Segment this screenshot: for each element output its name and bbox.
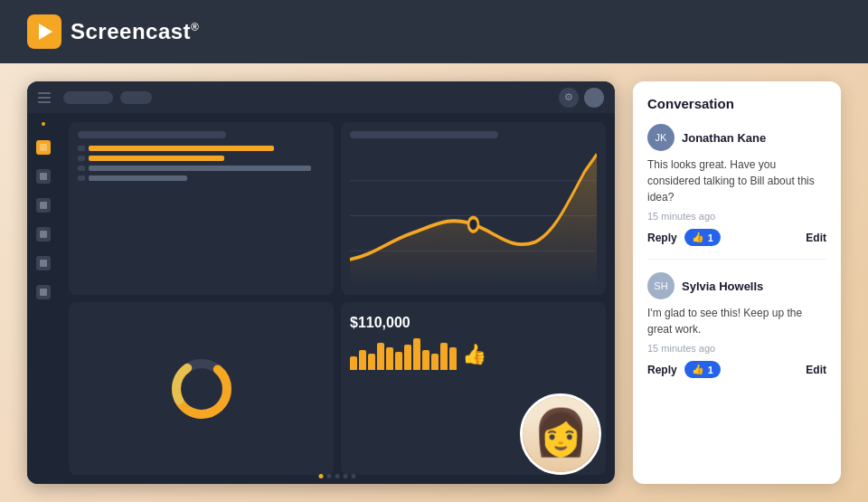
user-avatar-small[interactable]	[584, 88, 604, 108]
sylvia-comment-actions: Reply 👍 1 Edit	[647, 361, 826, 378]
page-dot-4[interactable]	[344, 474, 348, 478]
sidebar-home-icon[interactable]	[36, 140, 51, 155]
jonathan-comment-text: This looks great. Have you considered ta…	[647, 156, 826, 205]
bar-chart-card	[69, 122, 334, 295]
comment-divider	[647, 259, 826, 260]
donut-chart-svg	[170, 357, 233, 421]
sidebar-list-icon[interactable]	[36, 227, 51, 242]
bar-fill-2	[89, 156, 224, 161]
comment-card-jonathan: JK Jonathan Kane This looks great. Have …	[647, 124, 826, 246]
conversation-title: Conversation	[647, 96, 826, 111]
sylvia-reply-button[interactable]: Reply	[647, 364, 677, 376]
dash-nav-pill-1	[63, 91, 113, 104]
sylvia-name: Sylvia Howells	[682, 279, 763, 293]
logo-icon	[27, 14, 61, 49]
sylvia-avatar: SH	[647, 272, 675, 299]
app-header: Screencast®	[0, 0, 868, 63]
sidebar-dot	[42, 122, 45, 126]
line-chart-area	[350, 146, 597, 286]
comment-header-jonathan: JK Jonathan Kane	[647, 124, 826, 151]
page-dot-1[interactable]	[319, 474, 324, 478]
bar-label-4	[78, 175, 85, 181]
jonathan-like-button[interactable]: 👍 1	[684, 229, 721, 246]
card-title-bar	[78, 131, 226, 138]
sylvia-comment-text: I'm glad to see this! Keep up the great …	[647, 305, 826, 337]
stat-number: $110,000	[350, 315, 597, 331]
jonathan-name: Jonathan Kane	[682, 131, 766, 145]
notification-icon[interactable]: ⚙	[559, 88, 579, 108]
person-face: 👩	[523, 393, 599, 472]
dash-topbar: ⚙	[27, 81, 615, 113]
mini-bars: 👍	[350, 338, 597, 370]
page-dot-3[interactable]	[335, 474, 340, 478]
hamburger-icon[interactable]	[38, 92, 51, 103]
sidebar-calendar-icon[interactable]	[36, 256, 51, 270]
line-chart-card	[341, 122, 606, 295]
jonathan-comment-time: 15 minutes ago	[647, 211, 826, 222]
logo-reg: ®	[191, 21, 199, 33]
mini-bar-12	[449, 347, 457, 370]
mini-bar-4	[377, 343, 384, 370]
bar-fill-3	[89, 166, 311, 171]
sylvia-comment-time: 15 minutes ago	[647, 343, 826, 354]
bar-chart-area	[78, 146, 325, 181]
mini-bar-7	[404, 345, 411, 370]
dash-body: $110,000	[27, 113, 615, 484]
bar-row-4	[78, 175, 325, 181]
bar-row-2	[78, 156, 325, 161]
mini-bar-2	[359, 350, 366, 370]
sidebar-chart-icon[interactable]	[36, 169, 51, 184]
mini-bar-9	[422, 350, 429, 370]
dashboard-panel: ⚙	[27, 81, 615, 484]
logo-wordmark: Screencast	[71, 19, 191, 43]
sylvia-like-button[interactable]: 👍 1	[684, 361, 721, 378]
bar-label-2	[78, 156, 85, 161]
donut-card	[69, 302, 334, 475]
card-title-line	[350, 131, 498, 138]
mini-bar-1	[350, 356, 357, 370]
sylvia-like-thumb-icon: 👍	[692, 364, 704, 375]
jonathan-reply-button[interactable]: Reply	[647, 232, 677, 244]
line-chart-svg	[350, 146, 597, 286]
svg-point-3	[468, 217, 478, 232]
mini-bar-3	[368, 354, 375, 370]
bar-row-1	[78, 146, 325, 151]
jonathan-avatar: JK	[647, 124, 675, 151]
stat-area: $110,000	[350, 311, 597, 370]
bar-label-3	[78, 166, 85, 171]
person-avatar: 👩	[520, 393, 601, 475]
dash-top-icons: ⚙	[559, 88, 604, 108]
conversation-panel: Conversation JK Jonathan Kane This looks…	[633, 81, 841, 484]
dash-grid: $110,000	[60, 113, 615, 484]
page-dot-2[interactable]	[327, 474, 332, 478]
jonathan-initials: JK	[656, 132, 667, 143]
logo-text: Screencast®	[71, 19, 199, 44]
sidebar-settings-icon[interactable]	[36, 285, 51, 299]
comment-card-sylvia: SH Sylvia Howells I'm glad to see this! …	[647, 272, 826, 378]
main-content: ⚙	[0, 63, 868, 502]
dash-sidebar	[27, 113, 60, 484]
page-dot-5[interactable]	[352, 474, 356, 478]
mini-bar-10	[431, 354, 439, 370]
jonathan-like-count: 1	[708, 232, 713, 243]
thumbs-up-icon: 👍	[462, 343, 486, 366]
bar-fill-4	[89, 175, 187, 181]
dash-nav-pill-2	[120, 91, 152, 104]
logo: Screencast®	[27, 14, 199, 49]
sidebar-table-icon[interactable]	[36, 198, 51, 213]
sylvia-like-count: 1	[708, 365, 713, 375]
bar-row-3	[78, 166, 325, 171]
mini-bar-5	[386, 347, 393, 370]
mini-bar-11	[440, 343, 448, 370]
mini-bar-6	[395, 352, 402, 370]
sylvia-initials: SH	[654, 280, 667, 291]
pagination-dots	[319, 474, 356, 478]
bar-label-1	[78, 146, 85, 151]
comment-header-sylvia: SH Sylvia Howells	[647, 272, 826, 299]
bar-fill-1	[89, 146, 274, 151]
mini-bar-8	[413, 338, 420, 370]
sylvia-edit-button[interactable]: Edit	[806, 364, 826, 376]
like-thumb-icon: 👍	[692, 232, 704, 243]
jonathan-comment-actions: Reply 👍 1 Edit	[647, 229, 826, 246]
jonathan-edit-button[interactable]: Edit	[806, 232, 826, 244]
